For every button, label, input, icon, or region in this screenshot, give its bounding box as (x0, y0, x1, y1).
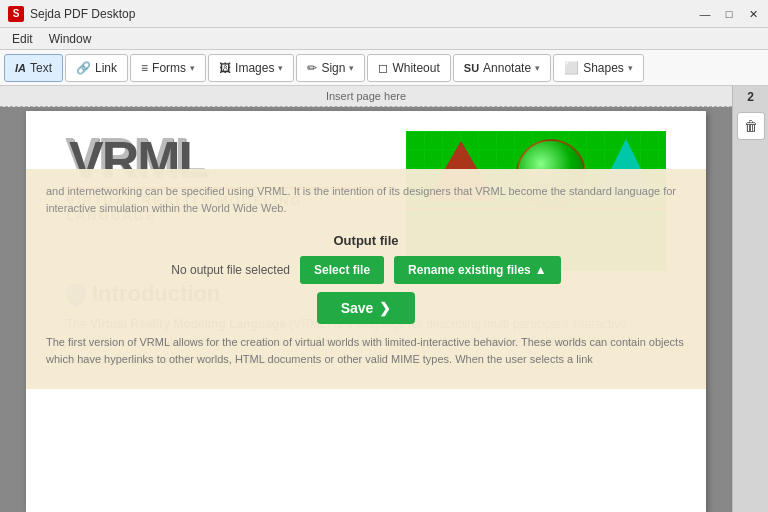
delete-icon: 🗑 (744, 118, 758, 134)
forms-icon: ≡ (141, 61, 148, 75)
tool-sign[interactable]: ✏ Sign ▾ (296, 54, 365, 82)
tool-annotate[interactable]: SU Annotate ▾ (453, 54, 551, 82)
forms-label: Forms (152, 61, 186, 75)
menubar: Edit Window (0, 28, 768, 50)
page-number: 2 (747, 90, 754, 104)
shapes-label: Shapes (583, 61, 624, 75)
tool-images[interactable]: 🖼 Images ▾ (208, 54, 294, 82)
window-controls: — □ ✕ (694, 4, 764, 24)
output-file-row: No output file selected Select file Rena… (171, 256, 560, 284)
delete-page-button[interactable]: 🗑 (737, 112, 765, 140)
link-icon: 🔗 (76, 61, 91, 75)
overlay-faded-text-2: The first version of VRML allows for the… (46, 334, 686, 367)
text-tool-icon: IA (15, 62, 26, 74)
annotate-icon: SU (464, 62, 479, 74)
output-file-label: Output file (334, 233, 399, 248)
output-file-section: Output file No output file selected Sele… (46, 233, 686, 324)
sign-label: Sign (321, 61, 345, 75)
pdf-page: VRML VIRTUAL REALITY MODELING LANGUAGE I… (26, 111, 706, 512)
minimize-button[interactable]: — (694, 4, 716, 24)
select-file-button[interactable]: Select file (300, 256, 384, 284)
rename-existing-button[interactable]: Rename existing files ▲ (394, 256, 561, 284)
annotate-dropdown-arrow: ▾ (535, 63, 540, 73)
window-title: Sejda PDF Desktop (30, 7, 135, 21)
tool-whiteout[interactable]: ◻ Whiteout (367, 54, 450, 82)
overlay-faded-text-1: and internetworking can be specified usi… (46, 183, 686, 216)
annotate-label: Annotate (483, 61, 531, 75)
tool-forms[interactable]: ≡ Forms ▾ (130, 54, 206, 82)
no-output-text: No output file selected (171, 263, 290, 277)
images-label: Images (235, 61, 274, 75)
shapes-icon: ⬜ (564, 61, 579, 75)
page-content: VRML VIRTUAL REALITY MODELING LANGUAGE I… (26, 111, 706, 389)
save-label: Save (341, 300, 374, 316)
sign-dropdown-arrow: ▾ (349, 63, 354, 73)
whiteout-label: Whiteout (392, 61, 439, 75)
save-arrow-icon: ❯ (379, 300, 391, 316)
menu-window[interactable]: Window (41, 30, 100, 48)
tool-link[interactable]: 🔗 Link (65, 54, 128, 82)
main-area: Insert page here VRML VIRTUAL REALITY MO… (0, 86, 768, 512)
titlebar: S Sejda PDF Desktop — □ ✕ (0, 0, 768, 28)
rename-label: Rename existing files (408, 263, 531, 277)
tool-shapes[interactable]: ⬜ Shapes ▾ (553, 54, 644, 82)
maximize-button[interactable]: □ (718, 4, 740, 24)
forms-dropdown-arrow: ▾ (190, 63, 195, 73)
menu-edit[interactable]: Edit (4, 30, 41, 48)
save-button[interactable]: Save ❯ (317, 292, 416, 324)
rename-arrow-icon: ▲ (535, 263, 547, 277)
toolbar: IA Text 🔗 Link ≡ Forms ▾ 🖼 Images ▾ ✏ Si… (0, 50, 768, 86)
images-icon: 🖼 (219, 61, 231, 75)
insert-page-label: Insert page here (326, 90, 406, 102)
tool-text[interactable]: IA Text (4, 54, 63, 82)
link-label: Link (95, 61, 117, 75)
close-button[interactable]: ✕ (742, 4, 764, 24)
right-sidebar: 2 🗑 (732, 86, 768, 512)
overlay-panel: and internetworking can be specified usi… (26, 169, 706, 389)
sign-icon: ✏ (307, 61, 317, 75)
insert-page-bar[interactable]: Insert page here (0, 86, 732, 107)
whiteout-icon: ◻ (378, 61, 388, 75)
page-container: Insert page here VRML VIRTUAL REALITY MO… (0, 86, 732, 512)
shapes-dropdown-arrow: ▾ (628, 63, 633, 73)
app-icon: S (8, 6, 24, 22)
images-dropdown-arrow: ▾ (278, 63, 283, 73)
text-tool-label: Text (30, 61, 52, 75)
